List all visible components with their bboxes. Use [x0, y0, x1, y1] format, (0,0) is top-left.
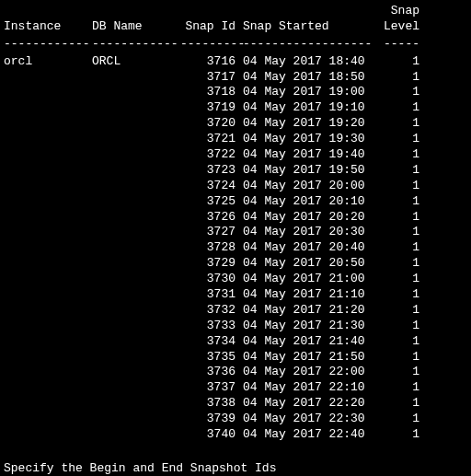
table-row: 372904 May 2017 20:501 [4, 256, 467, 272]
cell-snapstarted: 04 May 2017 21:30 [236, 319, 373, 334]
cell-snapid: 3726 [180, 210, 236, 226]
cell-snapid: 3737 [180, 380, 236, 396]
cell-snapid: 3727 [180, 225, 236, 240]
cell-snapid: 3740 [180, 427, 236, 443]
cell-snaplevel: 1 [373, 303, 419, 319]
cell-snapstarted: 04 May 2017 21:10 [236, 287, 373, 303]
cell-snapid: 3730 [180, 272, 236, 287]
header-row: InstanceDB NameSnap IdSnap StartedLevel [4, 19, 467, 35]
cell-snaplevel: 1 [373, 179, 419, 194]
cell-snapstarted: 04 May 2017 20:40 [236, 240, 373, 256]
table-row: 373204 May 2017 21:201 [4, 303, 467, 319]
cell-snaplevel: 1 [373, 163, 419, 179]
table-row: 372704 May 2017 20:301 [4, 225, 467, 240]
cell-snapid: 3721 [180, 132, 236, 147]
cell-snapid: 3738 [180, 396, 236, 412]
cell-snaplevel: 1 [373, 116, 419, 132]
cell-snaplevel: 1 [373, 54, 419, 70]
table-row: 372404 May 2017 20:001 [4, 179, 467, 194]
table-row: 373604 May 2017 22:001 [4, 365, 467, 380]
divider-snaplevel: ----- [373, 37, 419, 52]
table-row: 373504 May 2017 21:501 [4, 350, 467, 366]
cell-snapid: 3733 [180, 319, 236, 334]
cell-snapstarted: 04 May 2017 21:00 [236, 272, 373, 287]
table-row: 372504 May 2017 20:101 [4, 194, 467, 210]
cell-snapstarted: 04 May 2017 19:30 [236, 132, 373, 147]
cell-snaplevel: 1 [373, 225, 419, 240]
cell-snaplevel: 1 [373, 334, 419, 350]
table-row: 372604 May 2017 20:201 [4, 210, 467, 226]
cell-snapstarted: 04 May 2017 22:00 [236, 365, 373, 380]
table-row: 373904 May 2017 22:301 [4, 412, 467, 427]
cell-snapstarted: 04 May 2017 19:50 [236, 163, 373, 179]
table-row: 373304 May 2017 21:301 [4, 319, 467, 334]
table-row: 372304 May 2017 19:501 [4, 163, 467, 179]
cell-dbname: ORCL [92, 54, 180, 70]
cell-snaplevel: 1 [373, 240, 419, 256]
cell-snaplevel: 1 [373, 147, 419, 163]
table-row: 372804 May 2017 20:401 [4, 240, 467, 256]
section-title: Specify the Begin and End Snapshot Ids [4, 461, 467, 476]
cell-snaplevel: 1 [373, 412, 419, 427]
divider-snapid: --------- [180, 37, 236, 52]
cell-snapid: 3729 [180, 256, 236, 272]
cell-snapid: 3718 [180, 85, 236, 100]
cell-snapstarted: 04 May 2017 20:10 [236, 194, 373, 210]
table-row: 371804 May 2017 19:001 [4, 85, 467, 100]
table-row: 372104 May 2017 19:301 [4, 132, 467, 147]
cell-snapstarted: 04 May 2017 19:10 [236, 100, 373, 116]
cell-snapid: 3735 [180, 350, 236, 366]
header-snapid: Snap Id [180, 19, 236, 35]
table-row: 373404 May 2017 21:401 [4, 334, 467, 350]
cell-snapstarted: 04 May 2017 21:40 [236, 334, 373, 350]
divider-dbname: ------------ [92, 37, 180, 52]
cell-snapstarted: 04 May 2017 21:20 [236, 303, 373, 319]
cell-snaplevel: 1 [373, 256, 419, 272]
table-row: 371704 May 2017 18:501 [4, 70, 467, 86]
cell-snaplevel: 1 [373, 287, 419, 303]
cell-snapid: 3739 [180, 412, 236, 427]
cell-snapid: 3725 [180, 194, 236, 210]
cell-snaplevel: 1 [373, 319, 419, 334]
header-row-top: Snap [4, 4, 419, 19]
table-row: 373704 May 2017 22:101 [4, 380, 467, 396]
cell-snaplevel: 1 [373, 100, 419, 116]
cell-snapid: 3716 [180, 54, 236, 70]
cell-snaplevel: 1 [373, 396, 419, 412]
cell-snapstarted: 04 May 2017 20:00 [236, 179, 373, 194]
cell-snapstarted: 04 May 2017 19:00 [236, 85, 373, 100]
cell-snapstarted: 04 May 2017 22:30 [236, 412, 373, 427]
table-row: 372004 May 2017 19:201 [4, 116, 467, 132]
cell-snaplevel: 1 [373, 194, 419, 210]
cell-snapid: 3719 [180, 100, 236, 116]
table-row: 373004 May 2017 21:001 [4, 272, 467, 287]
cell-snaplevel: 1 [373, 380, 419, 396]
cell-snapid: 3717 [180, 70, 236, 86]
header-snaplevel: Level [373, 19, 419, 35]
cell-snapid: 3731 [180, 287, 236, 303]
header-instance: Instance [4, 19, 92, 35]
cell-snaplevel: 1 [373, 70, 419, 86]
cell-instance: orcl [4, 54, 92, 70]
table-body: orclORCL371604 May 2017 18:401371704 May… [4, 54, 467, 443]
cell-snapstarted: 04 May 2017 18:50 [236, 70, 373, 86]
cell-snapid: 3720 [180, 116, 236, 132]
divider-instance: ------------ [4, 37, 92, 52]
table-row: 373104 May 2017 21:101 [4, 287, 467, 303]
terminal-output: Snap InstanceDB NameSnap IdSnap StartedL… [4, 4, 467, 476]
cell-snapstarted: 04 May 2017 19:20 [236, 116, 373, 132]
cell-snapstarted: 04 May 2017 22:20 [236, 396, 373, 412]
cell-snaplevel: 1 [373, 365, 419, 380]
cell-snapid: 3723 [180, 163, 236, 179]
cell-snaplevel: 1 [373, 350, 419, 366]
table-row: 371904 May 2017 19:101 [4, 100, 467, 116]
divider-snapstarted: ------------------ [236, 37, 373, 52]
cell-snaplevel: 1 [373, 132, 419, 147]
table-row: orclORCL371604 May 2017 18:401 [4, 54, 467, 70]
cell-snapid: 3728 [180, 240, 236, 256]
cell-snapid: 3722 [180, 147, 236, 163]
cell-snapstarted: 04 May 2017 20:30 [236, 225, 373, 240]
cell-snapid: 3732 [180, 303, 236, 319]
cell-snaplevel: 1 [373, 427, 419, 443]
cell-snapstarted: 04 May 2017 22:10 [236, 380, 373, 396]
